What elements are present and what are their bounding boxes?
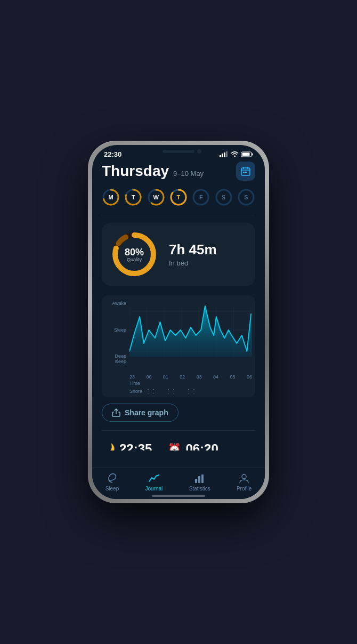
nav-statistics[interactable]: Statistics (189, 472, 210, 492)
svg-rect-0 (220, 155, 221, 157)
svg-rect-13 (245, 172, 247, 173)
calendar-button[interactable] (236, 162, 255, 181)
quality-percent: 80% (125, 247, 144, 258)
svg-point-4 (234, 156, 236, 157)
divider-1 (102, 215, 255, 215)
nav-sleep-label: Sleep (106, 486, 119, 492)
sleep-time-item: 🌙 22:35 (102, 441, 152, 450)
calendar-icon (241, 166, 250, 176)
nav-profile-label: Profile (237, 486, 251, 492)
nav-profile[interactable]: Profile (237, 472, 251, 492)
status-icons (220, 151, 253, 157)
main-content: Thursday 9–10 May (92, 160, 265, 450)
day-wednesday[interactable]: W (147, 188, 165, 206)
days-row: M T (102, 188, 255, 206)
camera (197, 149, 201, 154)
day-sunday[interactable]: S (237, 188, 255, 206)
quality-section: 80% Quality 7h 45m In bed (102, 223, 255, 286)
x-03: 03 (197, 374, 202, 380)
svg-rect-6 (252, 154, 253, 156)
day-friday[interactable]: F (192, 188, 210, 206)
nav-sleep[interactable]: Sleep (106, 472, 119, 492)
nav-journal-icon (148, 472, 160, 484)
y-label-sleep: Sleep (105, 327, 126, 333)
sleep-start-time: 22:35 (119, 441, 152, 450)
battery-icon (241, 151, 253, 157)
date-subtitle: 9–10 May (173, 170, 204, 178)
wake-up-time: 06:20 (185, 441, 218, 450)
wake-time-item: ⏰ 06:20 (168, 441, 218, 450)
nav-statistics-icon (194, 472, 206, 484)
svg-rect-1 (222, 154, 223, 157)
time-label: Time (129, 381, 140, 386)
sleep-sub: In bed (169, 259, 217, 267)
donut-center: 80% Quality (125, 247, 144, 262)
y-labels: Awake Sleep Deepsleep (105, 301, 129, 380)
share-button-label: Share graph (125, 408, 168, 417)
nav-journal-label: Journal (145, 486, 163, 492)
header-left: Thursday 9–10 May (102, 163, 204, 180)
nav-profile-icon (238, 472, 250, 484)
nav-journal[interactable]: Journal (145, 472, 163, 492)
time-label-row: Time (105, 381, 252, 386)
y-label-deep: Deepsleep (105, 354, 126, 365)
svg-rect-3 (226, 151, 228, 157)
times-row: 🌙 22:35 ⏰ 06:20 (102, 437, 255, 450)
x-06: 06 (247, 374, 252, 380)
sleep-hours: 7h 45m (169, 241, 217, 258)
wifi-icon (231, 151, 239, 157)
snore-marks: ⋮⋮ ⋮⋮ ⋮⋮ (145, 388, 252, 394)
quality-donut: 80% Quality (110, 230, 158, 278)
snore-mark-3: ⋮⋮ (186, 388, 197, 394)
snore-label: Snore (129, 389, 142, 394)
share-icon (112, 408, 120, 417)
x-04: 04 (213, 374, 218, 380)
day-thursday[interactable]: T (169, 188, 188, 206)
svg-rect-41 (198, 476, 200, 483)
chart-wrapper: Awake Sleep Deepsleep (105, 301, 252, 380)
day-tuesday[interactable]: T (124, 188, 142, 206)
x-05: 05 (230, 374, 236, 380)
divider-2 (102, 430, 255, 431)
svg-rect-42 (201, 474, 204, 483)
day-saturday[interactable]: S (215, 188, 233, 206)
svg-rect-40 (195, 479, 197, 483)
share-graph-button[interactable]: Share graph (102, 404, 178, 422)
sleep-chart: Awake Sleep Deepsleep (102, 295, 255, 397)
snore-mark-1: ⋮⋮ (145, 388, 156, 394)
day-monday[interactable]: M (102, 188, 120, 206)
y-label-awake: Awake (105, 301, 126, 307)
alarm-icon: ⏰ (168, 442, 181, 450)
notch (144, 145, 213, 158)
x-01: 01 (163, 374, 168, 380)
signal-icon (220, 151, 228, 157)
moon-icon: 🌙 (102, 442, 115, 450)
header: Thursday 9–10 May (102, 162, 255, 181)
day-title: Thursday (102, 163, 169, 180)
snore-mark-2: ⋮⋮ (166, 388, 176, 394)
nav-statistics-label: Statistics (189, 486, 210, 492)
nav-sleep-icon (106, 472, 118, 484)
svg-rect-7 (242, 153, 250, 156)
sleep-time-display: 7h 45m In bed (169, 241, 217, 267)
snore-row: Snore ⋮⋮ ⋮⋮ ⋮⋮ (105, 388, 252, 394)
x-23: 23 (129, 374, 135, 380)
x-00: 00 (146, 374, 151, 380)
chart-area: 23 00 01 02 03 04 05 06 (129, 301, 252, 380)
svg-rect-2 (224, 152, 225, 157)
share-button-container: Share graph (102, 404, 255, 430)
svg-point-43 (242, 474, 246, 479)
x-labels: 23 00 01 02 03 04 05 06 (129, 372, 252, 380)
status-time: 22:30 (104, 150, 121, 158)
phone-screen: 22:30 ↗ (92, 145, 265, 499)
home-indicator (152, 495, 205, 497)
x-02: 02 (180, 374, 185, 380)
svg-rect-12 (243, 172, 245, 173)
quality-label: Quality (125, 257, 144, 262)
speaker (163, 150, 194, 153)
phone-frame: 22:30 ↗ (88, 141, 269, 503)
